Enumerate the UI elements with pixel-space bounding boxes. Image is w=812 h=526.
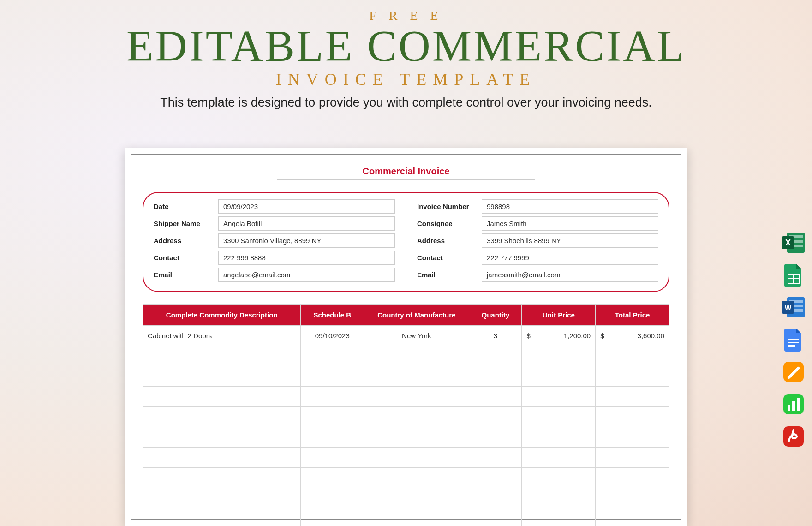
table-row[interactable]	[143, 508, 669, 526]
table-row[interactable]	[143, 346, 669, 366]
pdf-icon[interactable]	[781, 424, 806, 449]
svg-text:W: W	[784, 304, 792, 311]
apple-numbers-icon[interactable]	[781, 391, 806, 417]
shipper-contact-label: Contact	[154, 254, 218, 262]
col-desc: Complete Commodity Description	[143, 305, 301, 326]
table-row[interactable]	[143, 366, 669, 387]
shipper-name-field[interactable]: Angela Bofill	[218, 216, 395, 231]
cell-desc: Cabinet with 2 Doors	[143, 326, 301, 346]
shipper-email-field[interactable]: angelabo@email.com	[218, 268, 395, 282]
svg-rect-22	[792, 401, 795, 411]
shipper-contact-field[interactable]: 222 999 8888	[218, 251, 395, 265]
svg-rect-16	[788, 342, 799, 343]
table-row[interactable]	[143, 427, 669, 448]
invoice-number-field[interactable]: 998898	[482, 199, 658, 214]
table-row[interactable]	[143, 488, 669, 508]
shipper-column: Date09/09/2023 Shipper NameAngela Bofill…	[154, 199, 395, 285]
word-icon[interactable]: W	[781, 294, 806, 320]
format-icons: X W	[781, 230, 806, 449]
document-inner: Commercial Invoice Date09/09/2023 Shippe…	[131, 154, 681, 520]
invoice-meta-box: Date09/09/2023 Shipper NameAngela Bofill…	[143, 192, 669, 292]
table-row[interactable]: Cabinet with 2 Doors 09/10/2023 New York…	[143, 326, 669, 346]
col-total-price: Total Price	[596, 305, 669, 326]
document-preview: Commercial Invoice Date09/09/2023 Shippe…	[125, 148, 687, 526]
col-unit-price: Unit Price	[522, 305, 596, 326]
table-row[interactable]	[143, 387, 669, 407]
consignee-field[interactable]: James Smith	[482, 216, 658, 231]
excel-icon[interactable]: X	[781, 230, 806, 256]
tagline: This template is designed to provide you…	[0, 96, 812, 110]
cell-country: New York	[364, 326, 469, 346]
google-docs-icon[interactable]	[781, 327, 806, 353]
shipper-address-label: Address	[154, 237, 218, 245]
invoice-title-box: Commercial Invoice	[277, 163, 535, 180]
line-items-table: Complete Commodity Description Schedule …	[143, 304, 669, 526]
apple-pages-icon[interactable]	[781, 359, 806, 385]
shipper-email-label: Email	[154, 271, 218, 279]
svg-rect-15	[788, 339, 799, 340]
promo-header: F R E E EDITABLE COMMERCIAL INVOICE TEMP…	[0, 0, 812, 110]
google-sheets-icon[interactable]	[781, 262, 806, 288]
consignee-email-field[interactable]: jamessmith@email.com	[482, 268, 658, 282]
svg-point-19	[797, 367, 800, 370]
consignee-contact-field[interactable]: 222 777 9999	[482, 251, 658, 265]
table-row[interactable]	[143, 468, 669, 488]
table-row[interactable]	[143, 448, 669, 468]
consignee-address-label: Address	[417, 237, 482, 245]
cell-unit-price: $1,200.00	[522, 326, 596, 346]
consignee-address-field[interactable]: 3399 Shoehills 8899 NY	[482, 233, 658, 248]
col-schedule: Schedule B	[301, 305, 364, 326]
consignee-column: Invoice Number998898 ConsigneeJames Smit…	[417, 199, 658, 285]
col-country: Country of Manufacture	[364, 305, 469, 326]
svg-rect-23	[797, 398, 800, 411]
consignee-email-label: Email	[417, 271, 482, 279]
shipper-name-label: Shipper Name	[154, 220, 218, 227]
main-title: EDITABLE COMMERCIAL	[0, 20, 812, 72]
consignee-label: Consignee	[417, 220, 482, 227]
svg-rect-21	[788, 405, 790, 411]
table-row[interactable]	[143, 407, 669, 427]
svg-text:X: X	[785, 238, 791, 247]
date-field[interactable]: 09/09/2023	[218, 199, 395, 214]
shipper-address-field[interactable]: 3300 Santonio Village, 8899 NY	[218, 233, 395, 248]
invoice-title: Commercial Invoice	[363, 166, 450, 176]
cell-qty: 3	[469, 326, 522, 346]
consignee-contact-label: Contact	[417, 254, 482, 262]
cell-total-price: $3,600.00	[596, 326, 669, 346]
cell-schedule: 09/10/2023	[301, 326, 364, 346]
date-label: Date	[154, 203, 218, 210]
col-qty: Quantity	[469, 305, 522, 326]
invoice-number-label: Invoice Number	[417, 203, 482, 210]
svg-rect-17	[788, 345, 795, 347]
sub-title: INVOICE TEMPLATE	[0, 70, 812, 89]
